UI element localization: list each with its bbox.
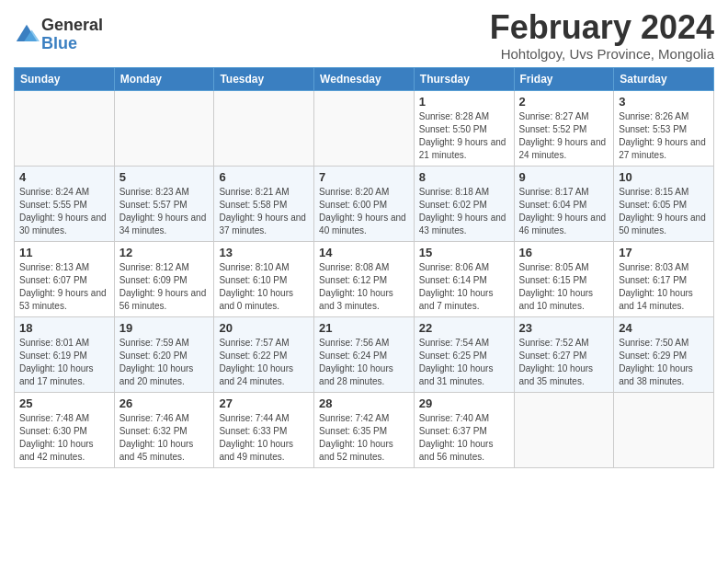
day-info: Sunrise: 8:23 AM Sunset: 5:57 PM Dayligh… (119, 186, 210, 237)
day-number: 13 (219, 246, 309, 259)
day-info: Sunrise: 7:57 AM Sunset: 6:22 PM Dayligh… (219, 337, 309, 388)
day-cell: 28Sunrise: 7:42 AM Sunset: 6:35 PM Dayli… (314, 392, 415, 467)
day-cell: 7Sunrise: 8:20 AM Sunset: 6:00 PM Daylig… (314, 166, 415, 241)
location: Hohtolgoy, Uvs Province, Mongolia (490, 46, 714, 62)
day-cell: 5Sunrise: 8:23 AM Sunset: 5:57 PM Daylig… (114, 166, 214, 241)
day-info: Sunrise: 8:17 AM Sunset: 6:04 PM Dayligh… (519, 186, 609, 237)
day-info: Sunrise: 7:44 AM Sunset: 6:33 PM Dayligh… (219, 412, 309, 464)
day-cell: 29Sunrise: 7:40 AM Sunset: 6:37 PM Dayli… (414, 392, 514, 467)
day-cell: 21Sunrise: 7:56 AM Sunset: 6:24 PM Dayli… (314, 316, 415, 392)
day-cell (614, 392, 714, 467)
day-number: 28 (319, 396, 409, 410)
col-header-saturday: Saturday (614, 67, 714, 90)
day-number: 7 (319, 170, 409, 184)
day-number: 6 (219, 170, 309, 184)
day-info: Sunrise: 7:59 AM Sunset: 6:20 PM Dayligh… (119, 337, 210, 388)
day-cell (214, 90, 314, 166)
col-header-monday: Monday (114, 67, 214, 90)
day-info: Sunrise: 8:15 AM Sunset: 6:05 PM Dayligh… (619, 186, 709, 237)
day-info: Sunrise: 8:18 AM Sunset: 6:02 PM Dayligh… (419, 186, 509, 237)
day-info: Sunrise: 8:21 AM Sunset: 5:58 PM Dayligh… (219, 186, 309, 237)
day-number: 27 (219, 396, 309, 410)
day-cell: 9Sunrise: 8:17 AM Sunset: 6:04 PM Daylig… (514, 166, 614, 241)
day-info: Sunrise: 7:54 AM Sunset: 6:25 PM Dayligh… (419, 337, 509, 388)
day-cell: 27Sunrise: 7:44 AM Sunset: 6:33 PM Dayli… (214, 392, 314, 467)
day-info: Sunrise: 7:56 AM Sunset: 6:24 PM Dayligh… (319, 337, 409, 388)
day-number: 20 (219, 321, 309, 335)
day-info: Sunrise: 8:28 AM Sunset: 5:50 PM Dayligh… (419, 110, 509, 162)
day-cell: 25Sunrise: 7:48 AM Sunset: 6:30 PM Dayli… (15, 392, 115, 467)
day-cell: 1Sunrise: 8:28 AM Sunset: 5:50 PM Daylig… (414, 90, 514, 166)
week-row-3: 11Sunrise: 8:13 AM Sunset: 6:07 PM Dayli… (15, 241, 714, 316)
day-info: Sunrise: 8:05 AM Sunset: 6:15 PM Dayligh… (519, 261, 609, 313)
day-cell: 13Sunrise: 8:10 AM Sunset: 6:10 PM Dayli… (214, 241, 314, 316)
day-number: 10 (619, 170, 709, 184)
day-cell: 15Sunrise: 8:06 AM Sunset: 6:14 PM Dayli… (414, 241, 514, 316)
day-number: 18 (19, 321, 109, 335)
col-header-tuesday: Tuesday (214, 67, 314, 90)
day-number: 2 (519, 95, 609, 109)
day-number: 12 (119, 246, 210, 259)
day-number: 14 (319, 246, 409, 259)
day-info: Sunrise: 7:52 AM Sunset: 6:27 PM Dayligh… (519, 337, 609, 388)
day-cell: 10Sunrise: 8:15 AM Sunset: 6:05 PM Dayli… (614, 166, 714, 241)
day-cell: 22Sunrise: 7:54 AM Sunset: 6:25 PM Dayli… (414, 316, 514, 392)
day-info: Sunrise: 8:10 AM Sunset: 6:10 PM Dayligh… (219, 261, 309, 313)
calendar-table: SundayMondayTuesdayWednesdayThursdayFrid… (14, 67, 714, 468)
day-cell: 11Sunrise: 8:13 AM Sunset: 6:07 PM Dayli… (15, 241, 115, 316)
day-cell: 24Sunrise: 7:50 AM Sunset: 6:29 PM Dayli… (614, 316, 714, 392)
day-number: 19 (119, 321, 210, 335)
day-info: Sunrise: 8:06 AM Sunset: 6:14 PM Dayligh… (419, 261, 509, 313)
day-number: 16 (519, 246, 609, 259)
month-title: February 2024 (490, 9, 714, 46)
day-number: 4 (19, 170, 109, 184)
day-number: 22 (419, 321, 509, 335)
header-row: SundayMondayTuesdayWednesdayThursdayFrid… (15, 67, 714, 90)
day-cell: 19Sunrise: 7:59 AM Sunset: 6:20 PM Dayli… (114, 316, 214, 392)
day-info: Sunrise: 8:03 AM Sunset: 6:17 PM Dayligh… (619, 261, 709, 313)
logo-general-text: General (41, 17, 103, 35)
day-cell: 4Sunrise: 8:24 AM Sunset: 5:55 PM Daylig… (15, 166, 115, 241)
logo: General Blue (14, 17, 103, 53)
day-number: 9 (519, 170, 609, 184)
day-info: Sunrise: 7:42 AM Sunset: 6:35 PM Dayligh… (319, 412, 409, 464)
day-info: Sunrise: 7:40 AM Sunset: 6:37 PM Dayligh… (419, 412, 509, 464)
col-header-friday: Friday (514, 67, 614, 90)
day-number: 11 (19, 246, 109, 259)
day-number: 15 (419, 246, 509, 259)
week-row-5: 25Sunrise: 7:48 AM Sunset: 6:30 PM Dayli… (15, 392, 714, 467)
day-number: 29 (419, 396, 509, 410)
day-number: 17 (619, 246, 709, 259)
day-cell: 8Sunrise: 8:18 AM Sunset: 6:02 PM Daylig… (414, 166, 514, 241)
day-info: Sunrise: 7:48 AM Sunset: 6:30 PM Dayligh… (19, 412, 109, 464)
day-info: Sunrise: 8:08 AM Sunset: 6:12 PM Dayligh… (319, 261, 409, 313)
day-cell: 20Sunrise: 7:57 AM Sunset: 6:22 PM Dayli… (214, 316, 314, 392)
day-number: 25 (19, 396, 109, 410)
logo-blue-text: Blue (41, 35, 103, 53)
day-info: Sunrise: 8:12 AM Sunset: 6:09 PM Dayligh… (119, 261, 210, 313)
week-row-4: 18Sunrise: 8:01 AM Sunset: 6:19 PM Dayli… (15, 316, 714, 392)
day-number: 24 (619, 321, 709, 335)
day-cell: 2Sunrise: 8:27 AM Sunset: 5:52 PM Daylig… (514, 90, 614, 166)
page: General Blue February 2024 Hohtolgoy, Uv… (0, 0, 728, 477)
day-info: Sunrise: 8:13 AM Sunset: 6:07 PM Dayligh… (19, 261, 109, 313)
day-cell: 16Sunrise: 8:05 AM Sunset: 6:15 PM Dayli… (514, 241, 614, 316)
col-header-thursday: Thursday (414, 67, 514, 90)
day-info: Sunrise: 8:27 AM Sunset: 5:52 PM Dayligh… (519, 110, 609, 162)
week-row-1: 1Sunrise: 8:28 AM Sunset: 5:50 PM Daylig… (15, 90, 714, 166)
day-cell: 26Sunrise: 7:46 AM Sunset: 6:32 PM Dayli… (114, 392, 214, 467)
day-cell: 23Sunrise: 7:52 AM Sunset: 6:27 PM Dayli… (514, 316, 614, 392)
day-number: 8 (419, 170, 509, 184)
header: General Blue February 2024 Hohtolgoy, Uv… (14, 9, 714, 62)
day-info: Sunrise: 8:20 AM Sunset: 6:00 PM Dayligh… (319, 186, 409, 237)
day-cell: 17Sunrise: 8:03 AM Sunset: 6:17 PM Dayli… (614, 241, 714, 316)
day-cell: 6Sunrise: 8:21 AM Sunset: 5:58 PM Daylig… (214, 166, 314, 241)
logo-icon (14, 22, 40, 48)
week-row-2: 4Sunrise: 8:24 AM Sunset: 5:55 PM Daylig… (15, 166, 714, 241)
day-cell: 18Sunrise: 8:01 AM Sunset: 6:19 PM Dayli… (15, 316, 115, 392)
day-info: Sunrise: 7:46 AM Sunset: 6:32 PM Dayligh… (119, 412, 210, 464)
day-cell (514, 392, 614, 467)
day-cell (15, 90, 115, 166)
day-cell: 3Sunrise: 8:26 AM Sunset: 5:53 PM Daylig… (614, 90, 714, 166)
title-block: February 2024 Hohtolgoy, Uvs Province, M… (490, 9, 714, 62)
